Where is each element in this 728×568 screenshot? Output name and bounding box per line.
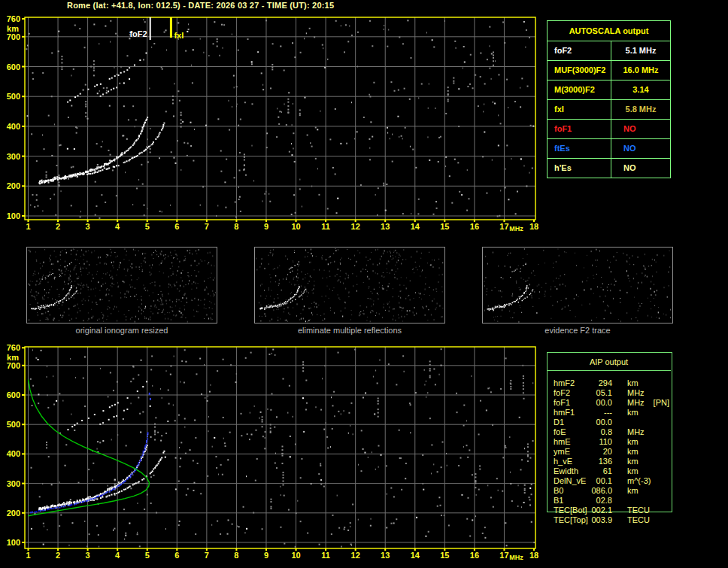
svg-text:7: 7 bbox=[205, 551, 209, 560]
svg-text:760: 760 bbox=[7, 343, 20, 352]
param-label: D1 bbox=[547, 418, 588, 427]
svg-text:9: 9 bbox=[264, 551, 268, 560]
param-label: ftEs bbox=[548, 139, 611, 158]
aip-table-title: AIP output bbox=[547, 352, 671, 371]
param-label: h'Es bbox=[548, 159, 611, 178]
svg-text:15: 15 bbox=[440, 551, 449, 560]
param-label: hmE bbox=[547, 437, 588, 447]
param-value: 110 bbox=[588, 437, 612, 447]
svg-text:100: 100 bbox=[7, 211, 20, 220]
param-label: foF1 bbox=[547, 398, 588, 408]
table-row-fof1: foF1 NO bbox=[548, 120, 670, 139]
thumbnail-caption: evidence F2 trace bbox=[482, 326, 673, 335]
param-value: 3.14 bbox=[611, 80, 670, 99]
param-value: 02.8 bbox=[588, 496, 612, 506]
svg-text:8: 8 bbox=[234, 222, 238, 231]
svg-text:15: 15 bbox=[440, 222, 449, 231]
param-label: Ewidth bbox=[547, 466, 588, 476]
svg-text:6: 6 bbox=[174, 222, 179, 231]
svg-text:1: 1 bbox=[26, 222, 30, 231]
autoscala-app-screen: Rome (lat: +41.8, lon: 012.5) - DATE: 20… bbox=[0, 0, 728, 568]
svg-text:300: 300 bbox=[7, 479, 20, 488]
param-value: NO bbox=[611, 139, 670, 158]
table-row-m3000f2: M(3000)F2 3.14 bbox=[548, 80, 670, 100]
param-value: NO bbox=[611, 120, 670, 138]
svg-text:foF2: foF2 bbox=[129, 29, 147, 38]
svg-text:11: 11 bbox=[321, 551, 330, 560]
svg-text:4: 4 bbox=[115, 551, 120, 560]
aip-row-d1: D100.0 bbox=[547, 418, 690, 427]
aip-row-hme: hmE110km bbox=[547, 437, 690, 447]
param-value: 5.1 MHz bbox=[611, 41, 670, 60]
param-unit: km bbox=[627, 486, 639, 496]
param-value: 003.9 bbox=[588, 515, 612, 525]
svg-text:18: 18 bbox=[529, 222, 538, 231]
svg-text:MHz: MHz bbox=[509, 225, 523, 232]
param-unit: TECU bbox=[627, 515, 650, 525]
param-label: TEC[Bot] bbox=[547, 506, 588, 515]
thumbnail-evidence-f2-trace bbox=[482, 247, 673, 323]
svg-text:5: 5 bbox=[145, 551, 150, 560]
table-row-ftes: ftEs NO bbox=[548, 139, 670, 159]
param-value: 20 bbox=[588, 447, 612, 457]
param-label: hmF1 bbox=[547, 408, 588, 418]
aip-row-fof1: foF100.0MHz[PN] bbox=[547, 398, 690, 408]
param-label: ymE bbox=[547, 447, 588, 457]
param-label: MUF(3000)F2 bbox=[548, 61, 611, 80]
param-value: NO bbox=[611, 159, 670, 178]
param-value: 086.0 bbox=[588, 486, 612, 496]
table-row-fxi: fxI 5.8 MHz bbox=[548, 100, 670, 120]
param-note: [PN] bbox=[654, 398, 669, 408]
svg-text:5: 5 bbox=[145, 222, 150, 231]
svg-text:760: 760 bbox=[7, 14, 20, 23]
thumbnail-caption: original ionogram resized bbox=[26, 326, 217, 335]
aip-row-yme: ymE20km bbox=[547, 447, 690, 457]
param-label: M(3000)F2 bbox=[548, 80, 611, 99]
svg-text:10: 10 bbox=[291, 222, 300, 231]
autoscala-output-table: AUTOSCALA output foF2 5.1 MHz MUF(3000)F… bbox=[547, 20, 671, 178]
svg-text:1: 1 bbox=[26, 551, 30, 560]
svg-text:200: 200 bbox=[7, 181, 20, 190]
svg-text:18: 18 bbox=[529, 551, 538, 560]
param-unit: km bbox=[627, 457, 639, 466]
svg-text:16: 16 bbox=[470, 551, 479, 560]
aip-row-foe: foE0.8MHz bbox=[547, 427, 690, 437]
svg-text:3: 3 bbox=[86, 222, 90, 231]
svg-text:14: 14 bbox=[411, 551, 420, 560]
param-label: h_vE bbox=[547, 457, 588, 466]
aip-output-table: hmF2294km foF205.1MHz foF100.0MHz[PN] hm… bbox=[547, 378, 690, 525]
aip-row-hve: h_vE136km bbox=[547, 457, 690, 466]
thumbnail-caption: eliminate multiple reflections bbox=[254, 326, 445, 335]
svg-text:MHz: MHz bbox=[509, 554, 523, 561]
aip-row-ewidth: Ewidth61km bbox=[547, 466, 690, 476]
svg-text:17: 17 bbox=[499, 222, 508, 231]
param-label: hmF2 bbox=[547, 378, 588, 388]
param-value: 294 bbox=[588, 378, 612, 388]
aip-row-b1: B102.8 bbox=[547, 496, 690, 506]
param-label: B0 bbox=[547, 486, 588, 496]
param-value: --- bbox=[588, 408, 612, 418]
svg-text:600: 600 bbox=[7, 62, 20, 71]
svg-text:600: 600 bbox=[7, 390, 20, 399]
top-ionogram-plot: 760700600500400300200100km12345678910111… bbox=[0, 0, 544, 235]
table-row-muf3000f2: MUF(3000)F2 16.0 MHz bbox=[548, 61, 670, 80]
aip-row-tecbot: TEC[Bot]002.1TECU bbox=[547, 506, 690, 515]
aip-row-tectop: TEC[Top]003.9TECU bbox=[547, 515, 690, 525]
table-row-fof2: foF2 5.1 MHz bbox=[548, 41, 670, 61]
param-value: 0.8 bbox=[588, 427, 612, 437]
param-value: 00.0 bbox=[588, 398, 612, 408]
svg-text:100: 100 bbox=[7, 538, 20, 547]
param-unit: km bbox=[627, 466, 639, 476]
svg-text:17: 17 bbox=[499, 551, 508, 560]
param-unit: km bbox=[627, 437, 639, 447]
svg-text:6: 6 bbox=[174, 551, 179, 560]
param-unit: km bbox=[627, 378, 639, 388]
aip-row-fof2: foF205.1MHz bbox=[547, 388, 690, 398]
param-label: foF1 bbox=[548, 120, 611, 138]
param-label: DelN_vE bbox=[547, 476, 588, 486]
aip-row-hmf1: hmF1---km bbox=[547, 408, 690, 418]
param-value: 5.8 MHz bbox=[611, 100, 670, 119]
svg-text:500: 500 bbox=[7, 420, 20, 429]
svg-text:400: 400 bbox=[7, 122, 20, 131]
svg-text:3: 3 bbox=[86, 551, 90, 560]
